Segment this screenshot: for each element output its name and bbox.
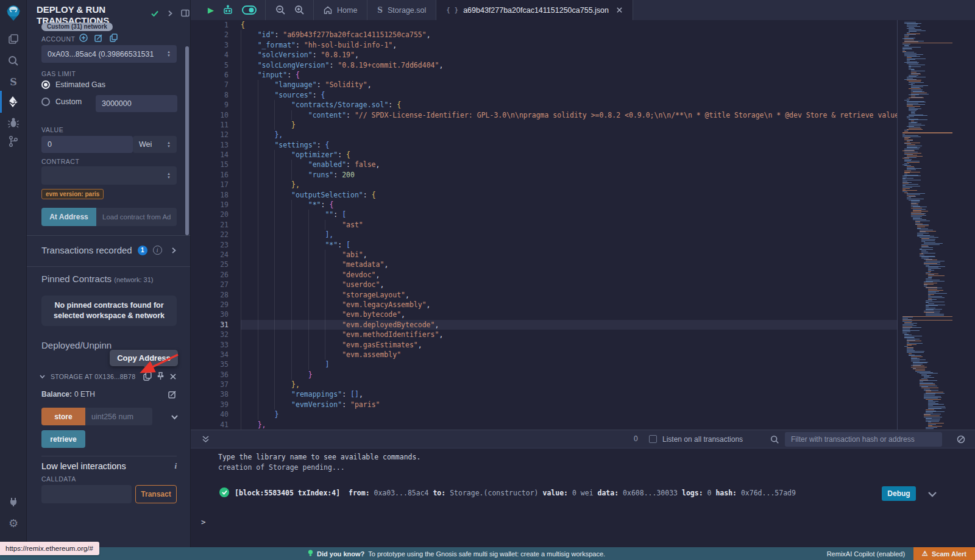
code-line[interactable]: { — [241, 20, 897, 30]
estimated-gas-radio[interactable]: Estimated Gas — [41, 80, 105, 89]
code-line[interactable]: }, — [241, 180, 897, 190]
store-input[interactable] — [85, 408, 152, 425]
at-address-input[interactable] — [96, 208, 177, 226]
code-line[interactable]: "_format": "hh-sol-build-info-1", — [241, 40, 897, 50]
code-line[interactable]: "solcVersion": "0.8.19", — [241, 50, 897, 60]
zoom-in-icon[interactable] — [294, 5, 305, 15]
code-line[interactable]: }, — [241, 130, 897, 140]
gas-limit-label: GAS LIMIT — [41, 70, 76, 77]
code-line[interactable]: "sources": { — [241, 90, 897, 100]
code-line[interactable]: ], — [241, 230, 897, 239]
scam-alert-badge[interactable]: ⚠ Scam Alert — [913, 547, 975, 560]
code-line[interactable]: "evm.gasEstimates", — [241, 340, 897, 350]
panel-scrollbar[interactable] — [185, 46, 189, 235]
custom-gas-input[interactable] — [96, 95, 177, 112]
chevron-right-icon[interactable] — [171, 247, 177, 254]
search-icon — [770, 435, 779, 444]
ai-assistant-icon[interactable] — [222, 5, 233, 15]
create-account-icon[interactable] — [79, 34, 88, 42]
code-line[interactable]: "evm.legacyAssembly", — [241, 300, 897, 310]
code-line[interactable]: } — [241, 120, 897, 130]
sidebar-item-search[interactable] — [0, 51, 27, 71]
code-line[interactable]: "evm.assembly" — [241, 350, 897, 360]
transact-button[interactable]: Transact — [135, 485, 177, 503]
code-line[interactable]: }, — [241, 420, 897, 430]
code-line[interactable]: "enabled": false, — [241, 160, 897, 169]
code-line[interactable]: } — [241, 370, 897, 380]
sidebar-item-file-explorer[interactable] — [0, 29, 27, 49]
copilot-status[interactable]: RemixAI Copilot (enabled) — [827, 550, 905, 558]
code-line[interactable]: "abi", — [241, 250, 897, 260]
code-line[interactable]: "input": { — [241, 70, 897, 80]
code-editor[interactable]: 1234567891011121314151617181920212223242… — [191, 20, 975, 430]
value-unit-select[interactable]: Wei ▲▼ — [133, 136, 177, 153]
code-line[interactable]: "remappings": [], — [241, 389, 897, 399]
zoom-out-icon[interactable] — [275, 5, 286, 15]
code-line[interactable]: "outputSelection": { — [241, 190, 897, 200]
copy-account-icon[interactable] — [110, 34, 118, 42]
tab-home[interactable]: Home — [314, 0, 367, 20]
code-content[interactable]: {"id": "a69b43f277ba20fcac141151250ca755… — [241, 20, 897, 430]
code-line[interactable]: "": [ — [241, 210, 897, 219]
value-input[interactable] — [41, 136, 133, 153]
at-address-button[interactable]: At Address — [41, 208, 96, 226]
code-line[interactable]: }, — [241, 380, 897, 389]
sign-message-icon[interactable] — [94, 34, 103, 42]
sidebar-item-deploy-and-run[interactable] — [0, 92, 27, 112]
chevron-down-icon[interactable] — [39, 374, 46, 380]
account-select[interactable]: 0xA03...85ac4 (0.39866531531 ▲▼ — [41, 45, 177, 63]
code-line[interactable]: } — [241, 409, 897, 419]
custom-gas-radio[interactable]: Custom — [41, 97, 82, 106]
transaction-log-row[interactable]: [block:5583405 txIndex:4] from: 0xa03...… — [191, 484, 975, 502]
code-line[interactable]: "evm.deployedBytecode", — [241, 320, 897, 330]
run-script-icon[interactable]: ▶ — [208, 5, 214, 15]
tab-build-info-json[interactable]: { } a69b43f277ba20fcac141151250ca755.jso… — [436, 0, 633, 20]
code-line[interactable]: ] — [241, 360, 897, 369]
pin-panel-icon[interactable] — [181, 9, 190, 17]
code-line[interactable]: "evm.methodIdentifiers", — [241, 330, 897, 339]
code-line[interactable]: "content": "// SPDX-License-Identifier: … — [241, 110, 897, 120]
sidebar-item-settings[interactable]: ⚙ — [0, 514, 27, 533]
remix-logo[interactable] — [0, 4, 27, 23]
clear-console-icon[interactable] — [957, 435, 965, 444]
listen-all-checkbox[interactable] — [649, 435, 657, 443]
store-button[interactable]: store — [41, 408, 85, 425]
chevron-right-icon[interactable] — [167, 10, 173, 17]
code-line[interactable]: "devdoc", — [241, 270, 897, 280]
transactions-recorded-row[interactable]: Transactions recorded 1 i — [41, 245, 177, 255]
debug-button[interactable]: Debug — [882, 486, 916, 501]
sidebar-item-debugger[interactable] — [0, 113, 27, 132]
code-line[interactable]: "evmVersion": "paris" — [241, 400, 897, 409]
expand-tx-icon[interactable] — [927, 491, 937, 498]
calldata-input[interactable] — [41, 485, 132, 503]
code-line[interactable]: "userdoc", — [241, 280, 897, 289]
code-line[interactable]: "optimizer": { — [241, 150, 897, 160]
code-line[interactable]: "metadata", — [241, 260, 897, 269]
code-line[interactable]: "ast" — [241, 220, 897, 230]
collapse-terminal-icon[interactable] — [202, 435, 210, 444]
retrieve-button[interactable]: retrieve — [41, 430, 85, 448]
code-line[interactable]: "*": [ — [241, 240, 897, 250]
tab-storage-sol[interactable]: S Storage.sol — [367, 0, 436, 20]
sidebar-item-git[interactable] — [0, 132, 27, 151]
sidebar-item-plugin-manager[interactable] — [0, 492, 27, 511]
code-line[interactable]: "settings": { — [241, 140, 897, 150]
contract-select[interactable]: ▲▼ — [41, 166, 177, 185]
code-line[interactable]: "language": "Solidity", — [241, 80, 897, 90]
minimap[interactable] — [897, 20, 955, 430]
info-icon: i — [174, 461, 177, 471]
code-line[interactable]: "runs": 200 — [241, 170, 897, 180]
code-line[interactable]: "storageLayout", — [241, 290, 897, 300]
code-line[interactable]: "*": { — [241, 200, 897, 210]
sidebar-item-solidity-compiler[interactable]: S — [0, 72, 27, 91]
code-line[interactable]: "contracts/Storage.sol": { — [241, 100, 897, 110]
code-line[interactable]: "id": "a69b43f277ba20fcac141151250ca755"… — [241, 30, 897, 40]
code-line[interactable]: "evm.bytecode", — [241, 310, 897, 319]
close-tab-icon[interactable] — [616, 7, 623, 13]
code-line[interactable]: "solcLongVersion": "0.8.19+commit.7dd6d4… — [241, 60, 897, 70]
terminal-prompt[interactable]: > — [201, 517, 206, 526]
copilot-toggle-icon[interactable] — [242, 5, 257, 15]
edit-balance-icon[interactable] — [168, 390, 177, 399]
expand-store-icon[interactable] — [171, 414, 179, 420]
filter-transactions-input[interactable] — [785, 432, 942, 447]
